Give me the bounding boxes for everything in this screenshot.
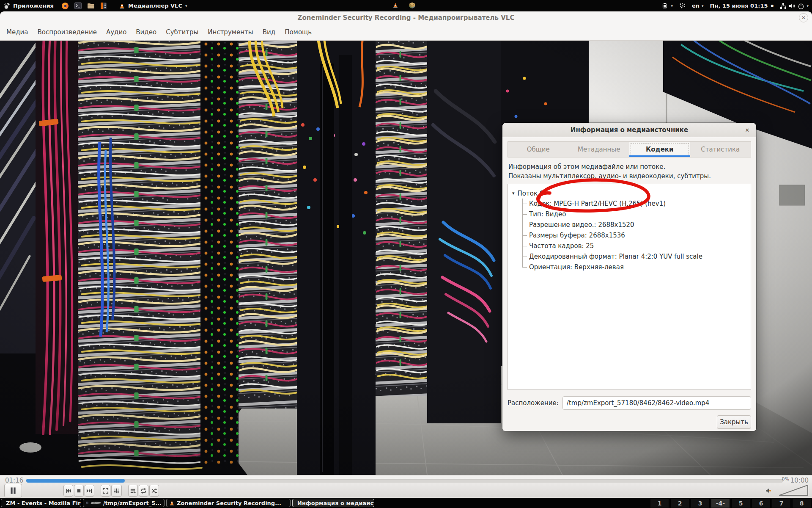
task-label: ZM - Events - Mozilla Firefox — [6, 500, 81, 506]
tab-codecs[interactable]: Кодеки — [629, 142, 690, 157]
task-vlc-recording[interactable]: Zoneminder Security Recording... — [166, 499, 291, 507]
workspace-2[interactable]: 2 — [670, 498, 689, 508]
chevron-down-icon: ▾ — [671, 4, 673, 8]
tab-metadata[interactable]: Метаданные — [569, 142, 630, 157]
tab-statistics[interactable]: Статистика — [690, 142, 751, 157]
workspace-1[interactable]: 1 — [650, 498, 669, 508]
window-title: Zoneminder Security Recording - Медиапро… — [0, 11, 812, 24]
active-app-menu[interactable]: Медиаплеер VLC ▾ — [119, 3, 187, 9]
task-label: /tmp/zmExport_5... — [103, 500, 162, 506]
volume-slider[interactable] — [779, 484, 809, 497]
codec-tree: Кодек: MPEG-H Part2/HEVC (H.265) (hev1) … — [512, 199, 746, 273]
vlc-cone-icon — [169, 500, 175, 506]
dialog-titlebar[interactable]: Информация о медиаисточнике ✕ — [502, 123, 756, 137]
codec-tree-panel: ▾ Поток 0 Кодек: MPEG-H Part2/HEVC (H.26… — [508, 184, 751, 390]
vlc-menubar: Медиа Воспроизведение Аудио Видео Субтит… — [0, 24, 812, 41]
tab-general[interactable]: Общие — [508, 142, 569, 157]
total-time: 10:00 — [790, 477, 809, 484]
stop-button[interactable] — [74, 485, 84, 497]
terminal-icon[interactable] — [74, 2, 82, 9]
calculator-icon[interactable] — [100, 2, 107, 9]
random-button[interactable] — [149, 485, 159, 497]
window-close-button[interactable]: ✕ — [799, 13, 808, 22]
dialog-tabs: Общие Метаданные Кодеки Статистика — [508, 141, 751, 157]
applications-label: Приложения — [13, 3, 54, 9]
playlist-icon — [130, 488, 136, 494]
menu-audio[interactable]: Аудио — [102, 28, 131, 36]
workspace-7[interactable]: 7 — [772, 498, 791, 508]
stop-icon — [76, 488, 82, 494]
vlc-titlebar: Zoneminder Security Recording - Медиапро… — [0, 11, 812, 25]
task-label: Zoneminder Security Recording... — [177, 500, 281, 506]
menu-video[interactable]: Видео — [131, 28, 161, 36]
tree-item-decoded-format[interactable]: Декодированный формат: Planar 4:2:0 YUV … — [522, 251, 746, 262]
dialog-button-row: Закрыть — [508, 415, 751, 429]
chevron-down-icon: ▾ — [185, 4, 187, 8]
location-input[interactable] — [562, 396, 751, 410]
fullscreen-button[interactable] — [101, 485, 110, 497]
battery-icon — [662, 3, 669, 9]
pause-icon — [9, 486, 17, 495]
stream-root-row[interactable]: ▾ Поток 0 — [512, 188, 746, 199]
expander-icon[interactable]: ▾ — [512, 190, 515, 196]
desktop: Приложения — [0, 0, 812, 508]
seek-bar[interactable] — [26, 479, 783, 483]
vlc-tray-icon[interactable] — [392, 2, 398, 8]
description-line-2: Показаны мультиплексор, аудио- и видеоко… — [508, 171, 750, 181]
gnome-top-panel: Приложения — [0, 0, 812, 11]
workspace-4[interactable]: -4- — [711, 498, 730, 508]
battery-menu[interactable]: ▾ — [662, 3, 673, 9]
tree-item-resolution[interactable]: Разрешение видео.: 2688x1520 — [522, 220, 746, 230]
workspace-3[interactable]: 3 — [691, 498, 710, 508]
terminal-icon — [86, 500, 88, 506]
media-info-dialog: Информация о медиаисточнике ✕ Общие Мета… — [502, 123, 756, 431]
next-button[interactable] — [85, 485, 94, 497]
vlc-controlbar: 01:16 10:00 — [0, 475, 812, 498]
menu-playback[interactable]: Воспроизведение — [33, 28, 101, 36]
tree-item-orientation[interactable]: Ориентация: Верхняя-левая — [522, 262, 746, 273]
task-terminal[interactable]: /tmp/zmExport_5... — [83, 499, 165, 507]
close-button[interactable]: Закрыть — [717, 415, 751, 429]
files-icon[interactable] — [87, 3, 95, 9]
keyboard-layout-menu[interactable]: en ▾ — [692, 3, 704, 9]
previous-button[interactable] — [63, 485, 73, 497]
dialog-close-icon[interactable]: ✕ — [743, 125, 752, 135]
menu-media[interactable]: Медиа — [2, 28, 33, 36]
menu-tools[interactable]: Инструменты — [203, 28, 258, 36]
notification-dot-icon: ● — [771, 4, 774, 8]
app-menu-label: Медиаплеер VLC — [128, 3, 182, 9]
menu-subtitles[interactable]: Субтитры — [161, 28, 203, 36]
applications-menu[interactable]: Приложения — [0, 3, 54, 9]
firefox-icon[interactable] — [61, 2, 69, 10]
power-icon — [798, 3, 804, 9]
package-box-icon[interactable] — [409, 2, 416, 9]
seek-fill — [26, 479, 125, 483]
system-menu[interactable]: ▾ — [780, 3, 809, 9]
tab-description: Информация об этом медиафайле или потоке… — [508, 162, 750, 181]
tree-item-type[interactable]: Тип: Видео — [522, 209, 746, 220]
volume-icon — [789, 3, 796, 9]
task-firefox[interactable]: ZM - Events - Mozilla Firefox — [1, 499, 81, 507]
dialog-title: Информация о медиаисточнике — [571, 126, 688, 134]
playlist-button[interactable] — [128, 485, 138, 497]
pause-button[interactable] — [4, 484, 22, 497]
previous-icon — [65, 488, 71, 494]
mute-speaker-icon[interactable] — [765, 487, 772, 494]
menu-view[interactable]: Вид — [258, 28, 280, 36]
task-media-info[interactable]: Информация о медиаисточнике — [292, 499, 374, 507]
loop-button[interactable] — [139, 485, 148, 497]
tree-item-codec[interactable]: Кодек: MPEG-H Part2/HEVC (H.265) (hev1) — [522, 199, 746, 209]
dialog-body: Общие Метаданные Кодеки Статистика Инфор… — [502, 137, 756, 434]
workspace-5[interactable]: 5 — [731, 498, 750, 508]
tree-item-buffer[interactable]: Размеры буфера: 2688x1536 — [522, 230, 746, 241]
workspace-8[interactable]: 8 — [792, 498, 811, 508]
vlc-cone-icon — [119, 3, 125, 9]
menu-help[interactable]: Помощь — [280, 28, 316, 36]
workspace-6[interactable]: 6 — [752, 498, 771, 508]
chevron-down-icon: ▾ — [702, 4, 704, 8]
status-area: ▾ en ▾ Пн, 15 июня 01:15 ● — [662, 0, 809, 11]
extended-settings-button[interactable] — [111, 485, 122, 497]
clock-menu[interactable]: Пн, 15 июня 01:15 ● — [710, 3, 774, 9]
input-sources-grid-icon[interactable] — [679, 3, 686, 9]
tree-item-framerate[interactable]: Частота кадров: 25 — [522, 241, 746, 251]
